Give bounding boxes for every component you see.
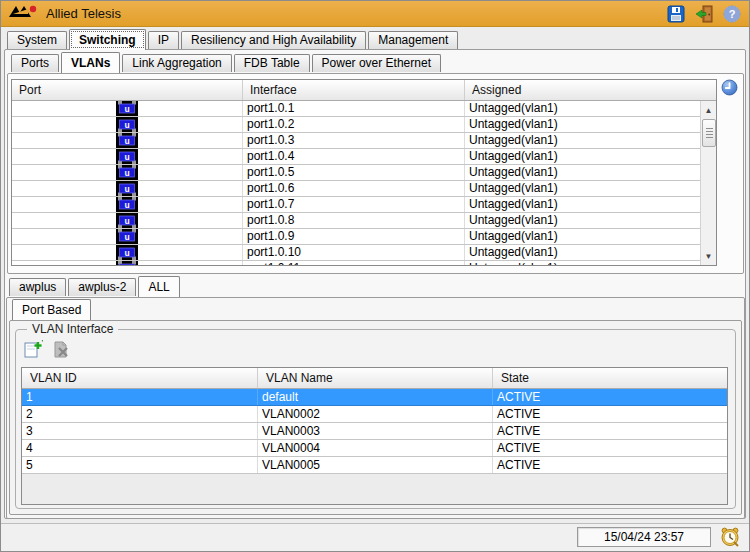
datetime-display: 15/04/24 23:57 bbox=[577, 527, 711, 547]
untagged-port-icon: u bbox=[116, 229, 138, 244]
vlan-row[interactable]: 5VLAN0005ACTIVE bbox=[22, 457, 727, 474]
port-table-body: uport1.0.1Untagged(vlan1)uport1.0.2Untag… bbox=[12, 101, 701, 265]
vlan-row[interactable]: 2VLAN0002ACTIVE bbox=[22, 406, 727, 423]
vlan-id-cell: 2 bbox=[22, 406, 258, 422]
scroll-down-icon[interactable]: ▼ bbox=[701, 249, 716, 263]
polling-clock-icon[interactable] bbox=[721, 79, 738, 96]
port-interface-cell: port1.0.10 bbox=[243, 245, 465, 260]
svg-text:u: u bbox=[124, 136, 129, 146]
port-row[interactable]: uport1.0.5Untagged(vlan1) bbox=[12, 165, 701, 181]
port-row[interactable]: uport1.0.2Untagged(vlan1) bbox=[12, 117, 701, 133]
tab-awplus-2[interactable]: awplus-2 bbox=[68, 278, 136, 296]
svg-text:u: u bbox=[124, 232, 129, 242]
scrollbar-thumb[interactable] bbox=[702, 119, 716, 147]
vlan-id-cell: 3 bbox=[22, 423, 258, 439]
vlan-toolbar bbox=[23, 339, 71, 359]
tab-vlans[interactable]: VLANs bbox=[61, 52, 120, 73]
tab-switching[interactable]: Switching bbox=[69, 29, 146, 50]
untagged-port-icon: u bbox=[116, 101, 138, 116]
port-interface-cell: port1.0.9 bbox=[243, 229, 465, 244]
port-interface-cell: port1.0.11 bbox=[243, 261, 465, 265]
vlan-state-cell: ACTIVE bbox=[493, 440, 727, 456]
port-interface-cell: port1.0.4 bbox=[243, 149, 465, 164]
delete-vlan-button bbox=[51, 339, 71, 359]
column-header-vlan-name[interactable]: VLAN Name bbox=[258, 368, 493, 388]
tab-fdb-table[interactable]: FDB Table bbox=[234, 54, 310, 72]
untagged-port-icon: u bbox=[116, 197, 138, 212]
mode-tab-bar: Port Based bbox=[12, 299, 93, 319]
port-row[interactable]: uport1.0.3Untagged(vlan1) bbox=[12, 133, 701, 149]
column-header-assigned[interactable]: Assigned bbox=[465, 80, 716, 100]
port-row[interactable]: uport1.0.9Untagged(vlan1) bbox=[12, 229, 701, 245]
vlan-state-cell: ACTIVE bbox=[493, 457, 727, 473]
vlan-table-body: 1defaultACTIVE2VLAN0002ACTIVE3VLAN0003AC… bbox=[22, 389, 727, 474]
port-interface-cell: port1.0.1 bbox=[243, 101, 465, 116]
port-assigned-cell: Untagged(vlan1) bbox=[465, 261, 701, 265]
vlan-state-cell: ACTIVE bbox=[493, 389, 727, 405]
port-assigned-cell: Untagged(vlan1) bbox=[465, 149, 701, 164]
add-vlan-button[interactable] bbox=[23, 339, 43, 359]
port-row[interactable]: uport1.0.1Untagged(vlan1) bbox=[12, 101, 701, 117]
port-row[interactable]: uport1.0.6Untagged(vlan1) bbox=[12, 181, 701, 197]
clock-settings-icon[interactable] bbox=[719, 526, 741, 548]
vlan-state-cell: ACTIVE bbox=[493, 406, 727, 422]
column-header-port[interactable]: Port bbox=[12, 80, 243, 100]
tab-resiliency[interactable]: Resiliency and High Availability bbox=[181, 31, 366, 49]
vlan-row[interactable]: 1defaultACTIVE bbox=[22, 389, 727, 406]
port-table-header: Port Interface Assigned bbox=[12, 80, 716, 101]
save-icon[interactable] bbox=[666, 4, 685, 23]
untagged-port-icon: u bbox=[116, 181, 138, 196]
svg-text:u: u bbox=[124, 200, 129, 210]
tab-management[interactable]: Management bbox=[368, 31, 458, 49]
port-interface-cell: port1.0.3 bbox=[243, 133, 465, 148]
column-header-state[interactable]: State bbox=[493, 368, 727, 388]
tab-link-aggregation[interactable]: Link Aggregation bbox=[122, 54, 231, 72]
status-bar: 15/04/24 23:57 bbox=[1, 523, 749, 551]
port-assigned-cell: Untagged(vlan1) bbox=[465, 229, 701, 244]
tab-system[interactable]: System bbox=[7, 31, 67, 49]
help-icon[interactable]: ? bbox=[722, 4, 741, 23]
logout-icon[interactable] bbox=[694, 4, 713, 23]
port-assigned-cell: Untagged(vlan1) bbox=[465, 213, 701, 228]
vlan-row[interactable]: 4VLAN0004ACTIVE bbox=[22, 440, 727, 457]
column-header-interface[interactable]: Interface bbox=[243, 80, 465, 100]
port-row[interactable]: uport1.0.8Untagged(vlan1) bbox=[12, 213, 701, 229]
svg-text:u: u bbox=[124, 152, 129, 162]
title-bar: Allied Telesis bbox=[1, 1, 749, 27]
tab-port-based[interactable]: Port Based bbox=[12, 299, 91, 320]
tab-awplus[interactable]: awplus bbox=[9, 278, 66, 296]
port-row[interactable]: uport1.0.4Untagged(vlan1) bbox=[12, 149, 701, 165]
port-assigned-cell: Untagged(vlan1) bbox=[465, 181, 701, 196]
tab-all[interactable]: ALL bbox=[138, 276, 179, 297]
vlan-id-cell: 5 bbox=[22, 457, 258, 473]
port-assigned-cell: Untagged(vlan1) bbox=[465, 165, 701, 180]
vlan-name-cell: VLAN0003 bbox=[258, 423, 493, 439]
switching-tab-bar: Ports VLANs Link Aggregation FDB Table P… bbox=[11, 52, 443, 72]
port-row[interactable]: uport1.0.11Untagged(vlan1) bbox=[12, 261, 701, 265]
vlan-name-cell: VLAN0005 bbox=[258, 457, 493, 473]
port-row[interactable]: uport1.0.10Untagged(vlan1) bbox=[12, 245, 701, 261]
untagged-port-icon: u bbox=[116, 245, 138, 260]
svg-text:u: u bbox=[124, 184, 129, 194]
vlan-interface-label: VLAN Interface bbox=[27, 322, 118, 336]
tab-ip[interactable]: IP bbox=[148, 31, 179, 49]
device-tab-bar: awplus awplus-2 ALL bbox=[9, 276, 182, 296]
column-header-vlan-id[interactable]: VLAN ID bbox=[22, 368, 258, 388]
port-interface-cell: port1.0.2 bbox=[243, 117, 465, 132]
svg-text:u: u bbox=[124, 216, 129, 226]
app-title: Allied Telesis bbox=[46, 6, 121, 21]
tab-ports[interactable]: Ports bbox=[11, 54, 59, 72]
vlan-name-cell: default bbox=[258, 389, 493, 405]
scroll-up-icon[interactable]: ▲ bbox=[701, 103, 716, 117]
tab-power-over-ethernet[interactable]: Power over Ethernet bbox=[312, 54, 441, 72]
svg-text:u: u bbox=[124, 264, 129, 265]
port-interface-cell: port1.0.5 bbox=[243, 165, 465, 180]
vlan-table: VLAN ID VLAN Name State 1defaultACTIVE2V… bbox=[21, 367, 728, 505]
svg-text:?: ? bbox=[728, 8, 735, 20]
port-table-scrollbar[interactable]: ▲ ▼ bbox=[700, 101, 716, 265]
vlan-row[interactable]: 3VLAN0003ACTIVE bbox=[22, 423, 727, 440]
vlan-id-cell: 4 bbox=[22, 440, 258, 456]
port-interface-cell: port1.0.8 bbox=[243, 213, 465, 228]
port-row[interactable]: uport1.0.7Untagged(vlan1) bbox=[12, 197, 701, 213]
vlan-table-header: VLAN ID VLAN Name State bbox=[22, 368, 727, 389]
